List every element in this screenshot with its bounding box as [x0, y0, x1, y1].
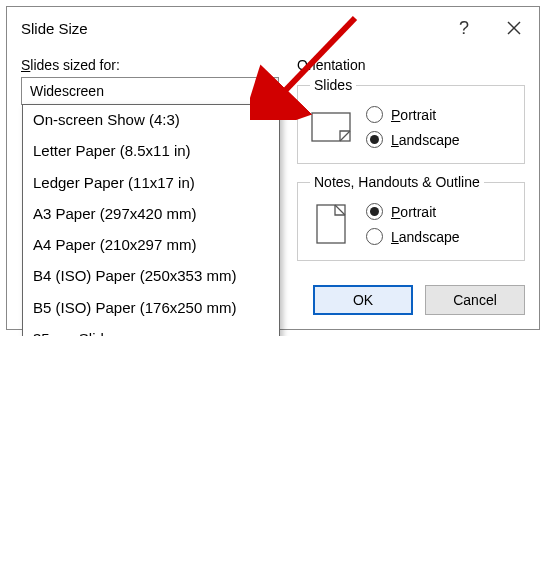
notes-portrait-radio[interactable]: Portrait — [366, 203, 460, 220]
help-icon: ? — [459, 18, 469, 39]
help-button[interactable]: ? — [439, 7, 489, 49]
radio-icon — [366, 203, 383, 220]
radio-icon — [366, 106, 383, 123]
close-icon — [507, 21, 521, 35]
dropdown-item[interactable]: 35mm Slides — [23, 324, 279, 336]
left-column: Slides sized for: Widescreen On-screen S… — [21, 57, 279, 271]
title-bar: Slide Size ? — [7, 7, 539, 49]
radio-icon — [366, 131, 383, 148]
notes-orientation-group: Notes, Handouts & Outline Portrait Lands… — [297, 174, 525, 261]
radio-label: Portrait — [391, 107, 436, 123]
cancel-button[interactable]: Cancel — [425, 285, 525, 315]
page-portrait-icon — [310, 200, 352, 248]
dropdown-item[interactable]: B5 (ISO) Paper (176x250 mm) — [23, 293, 279, 324]
slides-legend: Slides — [310, 77, 356, 93]
close-button[interactable] — [489, 7, 539, 49]
right-column: Orientation Slides Portrait Land — [297, 57, 525, 271]
dialog-title: Slide Size — [21, 20, 439, 37]
combo-selected-value: Widescreen — [22, 83, 256, 99]
radio-label: Landscape — [391, 229, 460, 245]
dropdown-item[interactable]: B4 (ISO) Paper (250x353 mm) — [23, 261, 279, 292]
slides-sized-for-combo[interactable]: Widescreen On-screen Show (4:3)Letter Pa… — [21, 77, 279, 105]
slides-orientation-group: Slides Portrait Landscape — [297, 77, 525, 164]
dropdown-item[interactable]: On-screen Show (4:3) — [23, 105, 279, 136]
slides-sized-for-dropdown[interactable]: On-screen Show (4:3)Letter Paper (8.5x11… — [22, 104, 280, 336]
combo-dropdown-button[interactable] — [256, 78, 278, 104]
notes-legend: Notes, Handouts & Outline — [310, 174, 484, 190]
radio-icon — [366, 228, 383, 245]
dropdown-item[interactable]: A4 Paper (210x297 mm) — [23, 230, 279, 261]
chevron-down-icon — [263, 88, 273, 94]
dropdown-item[interactable]: Letter Paper (8.5x11 in) — [23, 136, 279, 167]
page-landscape-icon — [310, 103, 352, 151]
slides-sized-for-label: Slides sized for: — [21, 57, 279, 73]
dropdown-item[interactable]: A3 Paper (297x420 mm) — [23, 199, 279, 230]
notes-landscape-radio[interactable]: Landscape — [366, 228, 460, 245]
radio-label: Portrait — [391, 204, 436, 220]
orientation-label: Orientation — [297, 57, 525, 73]
slide-size-dialog: Slide Size ? Slides sized for: Widescree… — [6, 6, 540, 330]
slides-portrait-radio[interactable]: Portrait — [366, 106, 460, 123]
ok-button[interactable]: OK — [313, 285, 413, 315]
radio-label: Landscape — [391, 132, 460, 148]
dropdown-item[interactable]: Ledger Paper (11x17 in) — [23, 168, 279, 199]
slides-landscape-radio[interactable]: Landscape — [366, 131, 460, 148]
